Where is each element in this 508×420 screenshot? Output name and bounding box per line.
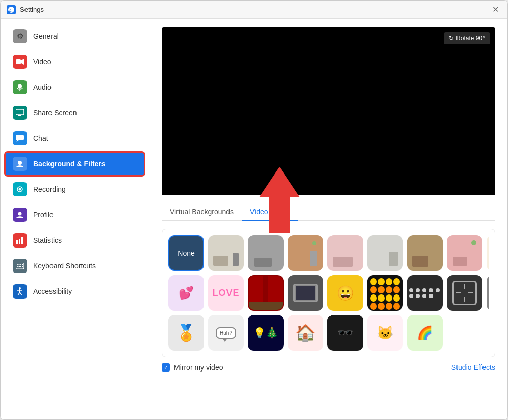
sidebar-label-recording: Recording [33, 185, 66, 193]
filter-speech-bubble[interactable]: Huh? [208, 315, 244, 351]
sidebar-label-background-filters: Background & Filters [33, 160, 106, 168]
sidebar-item-profile[interactable]: Profile [5, 203, 145, 227]
sidebar-item-keyboard-shortcuts[interactable]: Keyboard Shortcuts [5, 254, 145, 278]
svg-point-13 [19, 188, 21, 191]
svg-rect-25 [22, 266, 23, 267]
sidebar-label-audio: Audio [33, 83, 52, 91]
background-filters-icon [13, 157, 27, 171]
filter-room-2[interactable] [248, 235, 284, 271]
content-area: ⚙ General Video Audio [1, 19, 507, 419]
accessibility-icon [13, 284, 27, 299]
filters-grid: None [168, 235, 489, 351]
filter-room-6[interactable] [407, 235, 443, 271]
filter-sunglasses[interactable]: 🕶️ [327, 315, 363, 351]
filter-love[interactable]: LOVE [208, 275, 244, 311]
svg-rect-8 [17, 116, 22, 116]
audio-icon [13, 80, 27, 94]
svg-text:Z: Z [9, 8, 12, 13]
app-icon: Z [7, 5, 16, 14]
profile-icon [13, 208, 27, 222]
svg-rect-17 [21, 237, 23, 244]
tab-video-filters[interactable]: Video Filters [242, 204, 298, 221]
filter-room-1[interactable] [208, 235, 244, 271]
filter-room-5[interactable] [367, 235, 403, 271]
filter-hearts[interactable]: 💕 [168, 275, 204, 311]
filter-dark-bokeh[interactable] [367, 275, 403, 311]
filter-room-7[interactable] [447, 235, 482, 271]
sidebar-item-statistics[interactable]: Statistics [5, 228, 145, 253]
filter-microwave[interactable] [487, 275, 489, 311]
svg-rect-16 [19, 239, 20, 244]
filter-room-4[interactable] [327, 235, 363, 271]
svg-rect-18 [16, 263, 24, 269]
sidebar-label-profile: Profile [33, 211, 54, 219]
svg-rect-21 [20, 264, 21, 265]
sidebar-item-chat[interactable]: Chat [5, 126, 145, 151]
svg-line-30 [20, 292, 22, 295]
svg-rect-23 [17, 266, 18, 267]
svg-rect-22 [22, 264, 23, 265]
tabs-container: Virtual Backgrounds Video Filters [162, 204, 495, 221]
window-title: Settings [20, 6, 489, 13]
filter-trophy[interactable]: 🏅 [168, 315, 204, 351]
sidebar-label-share-screen: Share Screen [33, 109, 77, 117]
sidebar-label-statistics: Statistics [33, 236, 62, 244]
filter-stage[interactable] [248, 275, 284, 311]
svg-rect-19 [17, 264, 18, 265]
svg-point-26 [19, 287, 21, 289]
filter-rainbow[interactable]: 🌈 [407, 315, 443, 351]
filter-none[interactable]: None [168, 235, 204, 271]
sidebar-item-video[interactable]: Video [5, 50, 145, 74]
sidebar-item-background-filters[interactable]: Background & Filters [5, 152, 145, 176]
sidebar-label-video: Video [33, 58, 52, 66]
svg-rect-15 [16, 240, 18, 244]
svg-point-4 [18, 84, 22, 89]
mirror-checkbox[interactable]: ✓ [162, 363, 170, 372]
svg-rect-7 [18, 115, 21, 116]
filter-room-3[interactable] [288, 235, 323, 271]
rotate-label: Rotate 90° [456, 35, 485, 42]
svg-rect-20 [19, 264, 20, 265]
sidebar-item-general[interactable]: ⚙ General [5, 24, 145, 48]
studio-effects-link[interactable]: Studio Effects [451, 363, 495, 372]
sidebar-item-audio[interactable]: Audio [5, 75, 145, 100]
sidebar-item-share-screen[interactable]: Share Screen [5, 101, 145, 125]
main-content: ↻ Rotate 90° Virtual Backgrounds Video F… [149, 19, 507, 419]
sidebar-label-keyboard-shortcuts: Keyboard Shortcuts [33, 262, 96, 270]
general-icon: ⚙ [13, 29, 27, 43]
mirror-checkbox-row: ✓ Mirror my video [162, 363, 223, 372]
titlebar: Z Settings ✕ [1, 1, 507, 19]
filter-tv[interactable] [288, 275, 323, 311]
svg-marker-10 [16, 140, 19, 142]
svg-rect-9 [16, 135, 24, 140]
filter-expand[interactable] [447, 275, 482, 311]
rotate-button[interactable]: ↻ Rotate 90° [444, 32, 490, 44]
video-icon [13, 55, 27, 69]
filter-lights[interactable]: 💡🎄 [248, 315, 284, 351]
mirror-label: Mirror my video [174, 363, 223, 372]
sidebar-item-recording[interactable]: Recording [5, 177, 145, 202]
filter-emoji[interactable]: 😀 [327, 275, 363, 311]
svg-rect-6 [16, 109, 24, 115]
recording-icon [13, 182, 27, 196]
sidebar-label-accessibility: Accessibility [33, 287, 72, 295]
svg-point-14 [18, 212, 22, 216]
filter-fox[interactable]: 🦊 [487, 235, 489, 271]
close-button[interactable]: ✕ [489, 4, 501, 16]
sidebar-label-chat: Chat [33, 134, 48, 142]
filter-heart[interactable]: 🏠 [288, 315, 323, 351]
svg-line-29 [18, 292, 20, 295]
filters-container: None [162, 229, 495, 357]
filters-scroll[interactable]: None [168, 235, 489, 351]
filter-cute-face[interactable]: 🐱 [367, 315, 403, 351]
sidebar-label-general: General [33, 32, 59, 40]
footer: ✓ Mirror my video Studio Effects [162, 357, 495, 374]
sidebar-item-accessibility[interactable]: Accessibility [5, 279, 145, 304]
rotate-icon: ↻ [449, 35, 454, 42]
svg-marker-3 [21, 59, 24, 65]
video-preview: ↻ Rotate 90° [162, 27, 495, 195]
tab-virtual-backgrounds[interactable]: Virtual Backgrounds [162, 204, 242, 221]
filter-dots[interactable] [407, 275, 443, 311]
svg-rect-2 [16, 59, 21, 64]
svg-point-11 [18, 161, 22, 165]
